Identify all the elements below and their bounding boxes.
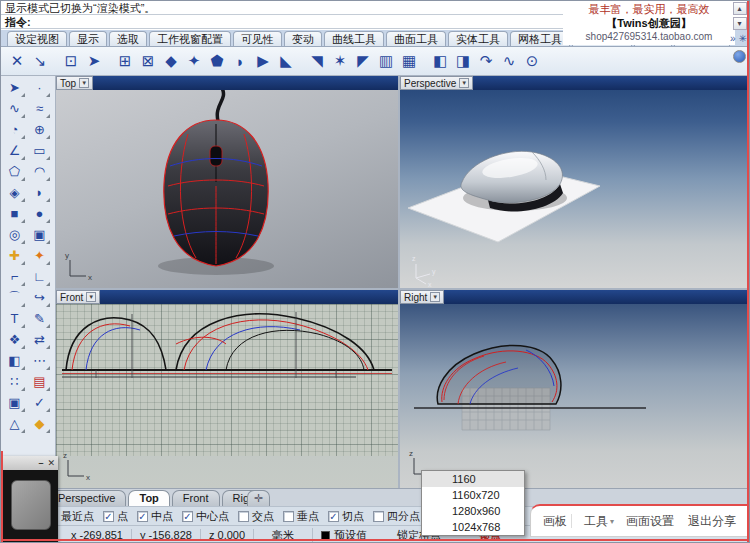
sidebar-tool-icon[interactable]: · (29, 78, 50, 97)
sidebar-tool-icon[interactable]: ◆ (29, 414, 50, 433)
sidebar-tool-icon[interactable]: ◗ (29, 183, 50, 202)
osnap-item[interactable]: ✓ 垂点 (283, 509, 319, 524)
toolbar-icon[interactable]: ✶ (329, 50, 351, 72)
toolbar-icon[interactable]: ◆ (160, 50, 182, 72)
osnap-label[interactable]: 四分点 (387, 509, 420, 524)
sidebar-tool-icon[interactable]: △ (4, 414, 25, 433)
osnap-label[interactable]: 切点 (342, 509, 364, 524)
sidebar-tool-icon[interactable]: ∠ (4, 141, 25, 160)
viewport-front-title-tab[interactable]: Front ▼ (56, 290, 100, 304)
menu-tab[interactable]: 实体工具 (448, 31, 508, 46)
toolbar-icon[interactable]: ▥ (375, 50, 397, 72)
toolbar-icon[interactable]: ⊡ (60, 50, 82, 72)
sidebar-tool-icon[interactable]: T (4, 309, 25, 328)
messenger-icon[interactable] (733, 50, 746, 63)
sidebar-tool-icon[interactable]: ⌐ (4, 267, 25, 286)
viewport-tab[interactable]: Perspective (47, 490, 126, 506)
osnap-item[interactable]: ✓ 四分点 (373, 509, 420, 524)
osnap-item[interactable]: ✓ 切点 (328, 509, 364, 524)
sidebar-tool-icon[interactable]: ✎ (29, 309, 50, 328)
toolbar-icon[interactable]: ➤ (83, 50, 105, 72)
osnap-checkbox[interactable]: ✓ (328, 511, 339, 522)
toolbar-icon[interactable]: ▦ (398, 50, 420, 72)
menu-tab[interactable]: 选取 (109, 31, 147, 46)
scroll-down-button[interactable]: ▾ (733, 17, 747, 30)
chevron-down-icon[interactable]: ▼ (459, 78, 469, 88)
share-button-label[interactable]: 退出分享 (688, 513, 736, 530)
toolbar-icon[interactable]: ⬟ (206, 50, 228, 72)
sidebar-tool-icon[interactable]: ◠ (29, 162, 50, 181)
toolbar-icon[interactable]: ⊙ (521, 50, 543, 72)
sidebar-tool-icon[interactable]: ■ (4, 204, 25, 223)
menu-tab[interactable]: 变动 (284, 31, 322, 46)
toolbar-icon[interactable]: ⊞ (114, 50, 136, 72)
toolbar-icon[interactable]: ◨ (452, 50, 474, 72)
sidebar-tool-icon[interactable]: ⊕ (29, 120, 50, 139)
resolution-menu-item[interactable]: 1160x720 (422, 487, 524, 503)
viewport-right-title-tab[interactable]: Right ▼ (400, 290, 444, 304)
osnap-label[interactable]: 中心点 (196, 509, 229, 524)
viewport-perspective-canvas[interactable]: z y x (400, 90, 750, 288)
osnap-item[interactable]: ✓ 点 (103, 509, 128, 524)
osnap-label[interactable]: 交点 (252, 509, 274, 524)
sidebar-tool-icon[interactable]: ⌒ (4, 288, 25, 307)
menu-tab[interactable]: 曲线工具 (324, 31, 384, 46)
sidebar-tool-icon[interactable]: ◈ (4, 183, 25, 202)
sidebar-tool-icon[interactable]: ✦ (29, 246, 50, 265)
osnap-label[interactable]: 点 (117, 509, 128, 524)
toolbar-icon[interactable]: ◤ (352, 50, 374, 72)
chevron-down-icon[interactable]: ▼ (430, 292, 440, 302)
share-toolbar-button[interactable]: 画板 (543, 513, 572, 530)
resolution-menu-item[interactable]: 1280x960 (422, 503, 524, 519)
sidebar-tool-icon[interactable]: ▣ (29, 225, 50, 244)
minimize-button[interactable]: – (38, 458, 43, 468)
viewport-top-title-tab[interactable]: Top ▼ (56, 76, 93, 90)
chevron-down-icon[interactable]: ▼ (86, 292, 96, 302)
sidebar-tool-icon[interactable]: ∟ (29, 267, 50, 286)
share-toolbar-button[interactable]: 画面设置 (626, 513, 676, 530)
toolbar-icon[interactable]: ⊠ (137, 50, 159, 72)
add-viewport-tab-icon[interactable]: ✛ (247, 490, 270, 506)
osnap-label[interactable]: 垂点 (297, 509, 319, 524)
osnap-checkbox[interactable]: ✓ (373, 511, 384, 522)
sidebar-tool-icon[interactable]: ⬠ (4, 162, 25, 181)
sidebar-tool-icon[interactable]: ∿ (4, 99, 25, 118)
toolbar-icon[interactable]: ✕ (6, 50, 28, 72)
share-button-label[interactable]: 画板 (543, 513, 567, 530)
sidebar-tool-icon[interactable]: ↪ (29, 288, 50, 307)
share-toolbar-button[interactable]: 工具 ▾ (584, 513, 614, 530)
sidebar-tool-icon[interactable]: ➤ (4, 78, 25, 97)
sidebar-tool-icon[interactable]: ⇄ (29, 330, 50, 349)
scroll-up-button[interactable]: ▴ (733, 2, 747, 15)
osnap-item[interactable]: ✓ 中心点 (182, 509, 229, 524)
sidebar-tool-icon[interactable]: ✓ (29, 393, 50, 412)
toolbar-icon[interactable]: ▶ (252, 50, 274, 72)
resolution-menu-item[interactable]: 1024x768 (422, 519, 524, 535)
osnap-item[interactable]: ✓ 中点 (137, 509, 173, 524)
viewport-front-canvas[interactable]: z x (56, 304, 398, 488)
osnap-label[interactable]: 最近点 (61, 509, 94, 524)
toolbar-icon[interactable]: ◗ (229, 50, 251, 72)
osnap-label[interactable]: 中点 (151, 509, 173, 524)
sidebar-tool-icon[interactable]: ◧ (4, 351, 25, 370)
sidebar-tool-icon[interactable]: ✚ (4, 246, 25, 265)
share-button-label[interactable]: 工具 (584, 513, 608, 530)
osnap-checkbox[interactable]: ✓ (238, 511, 249, 522)
osnap-checkbox[interactable]: ✓ (103, 511, 114, 522)
sidebar-tool-icon[interactable]: ◔ (4, 120, 25, 139)
menu-tab[interactable]: 设定视图 (7, 31, 67, 46)
toolbar-icon[interactable]: ✦ (183, 50, 205, 72)
toolbar-icon[interactable]: ◣ (275, 50, 297, 72)
osnap-checkbox[interactable]: ✓ (137, 511, 148, 522)
resolution-menu-item[interactable]: 1160 (422, 471, 524, 487)
menu-tab[interactable]: 显示 (69, 31, 107, 46)
menu-tab[interactable]: 工作视窗配置 (149, 31, 231, 46)
viewport-perspective-title-tab[interactable]: Perspective ▼ (400, 76, 473, 90)
toolbar-icon[interactable]: ↷ (475, 50, 497, 72)
sidebar-tool-icon[interactable]: ▭ (29, 141, 50, 160)
viewport-tab[interactable]: Front (172, 490, 220, 506)
viewport-right-canvas[interactable]: z y (400, 304, 750, 488)
share-button-label[interactable]: 画面设置 (626, 513, 674, 530)
viewport-top-canvas[interactable]: y x (56, 90, 398, 288)
sidebar-tool-icon[interactable]: ◎ (4, 225, 25, 244)
